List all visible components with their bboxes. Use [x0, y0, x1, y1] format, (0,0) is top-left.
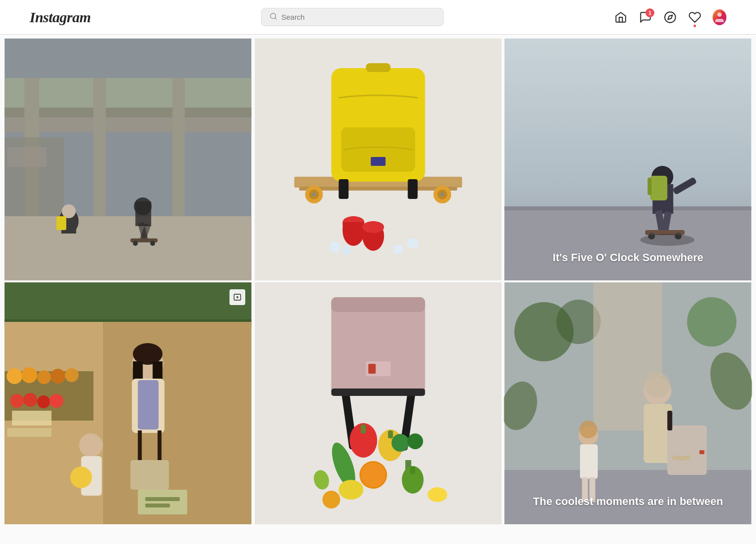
svg-line-1: [275, 18, 276, 19]
video-badge: [229, 289, 245, 305]
svg-rect-56: [648, 178, 652, 195]
svg-point-78: [49, 394, 63, 408]
svg-rect-104: [368, 364, 376, 374]
svg-rect-28: [299, 187, 457, 191]
svg-rect-48: [407, 238, 418, 248]
svg-rect-95: [145, 504, 170, 507]
svg-rect-89: [130, 460, 169, 490]
svg-rect-86: [138, 380, 158, 429]
search-icon: [269, 12, 277, 22]
svg-rect-12: [4, 216, 251, 280]
svg-point-92: [70, 466, 92, 488]
svg-point-17: [62, 204, 76, 218]
svg-point-121: [427, 487, 447, 502]
notification-badge: 1: [645, 8, 654, 17]
svg-rect-43: [342, 222, 364, 231]
svg-point-34: [440, 193, 444, 196]
grid-item[interactable]: It's Five O' Clock Somewhere: [504, 39, 752, 280]
svg-rect-52: [505, 206, 752, 210]
svg-rect-18: [56, 216, 66, 230]
activity-dot: [693, 25, 696, 27]
grid-item[interactable]: [4, 39, 252, 280]
svg-point-2: [665, 12, 676, 23]
overlay-text: It's Five O' Clock Somewhere: [504, 235, 752, 280]
svg-rect-7: [4, 108, 251, 117]
home-button[interactable]: [614, 10, 628, 24]
svg-rect-36: [366, 63, 390, 72]
svg-point-45: [362, 221, 384, 233]
svg-point-24: [133, 241, 138, 246]
overlay-text: The coolest moments are in between: [504, 479, 752, 524]
grid-item[interactable]: [254, 39, 502, 280]
svg-rect-93: [138, 490, 187, 514]
svg-rect-11: [172, 78, 185, 226]
svg-point-74: [65, 368, 78, 382]
svg-point-73: [50, 369, 65, 384]
avatar: [713, 9, 726, 25]
svg-rect-94: [145, 497, 180, 501]
svg-marker-97: [236, 296, 238, 298]
nav-icons: 1: [614, 10, 726, 24]
svg-point-71: [21, 367, 37, 383]
photo-grid: It's Five O' Clock Somewhere: [4, 39, 752, 524]
svg-point-77: [37, 395, 50, 408]
svg-marker-3: [668, 15, 672, 19]
search-input[interactable]: [281, 13, 435, 21]
profile-button[interactable]: [713, 10, 726, 24]
svg-point-4: [718, 12, 722, 17]
svg-rect-107: [361, 425, 366, 433]
svg-rect-55: [650, 176, 668, 200]
svg-text:Hazel: Hazel: [673, 454, 691, 462]
svg-point-130: [580, 421, 598, 438]
svg-rect-14: [7, 147, 46, 167]
svg-point-25: [150, 241, 155, 246]
messages-button[interactable]: 1: [639, 10, 652, 24]
svg-point-72: [37, 370, 51, 384]
svg-point-31: [312, 193, 316, 196]
svg-rect-65: [4, 282, 251, 322]
svg-point-112: [391, 434, 409, 452]
svg-point-76: [23, 393, 37, 407]
svg-point-125: [687, 297, 737, 347]
svg-point-117: [339, 480, 363, 500]
svg-rect-131: [580, 444, 598, 479]
svg-rect-80: [7, 428, 51, 437]
svg-point-70: [6, 368, 22, 384]
svg-rect-79: [12, 411, 51, 426]
header: Instagram 1: [0, 0, 756, 35]
svg-point-135: [645, 372, 671, 398]
svg-rect-100: [331, 297, 425, 312]
svg-rect-40: [408, 179, 417, 199]
svg-rect-10: [93, 78, 106, 226]
search-bar[interactable]: [261, 8, 444, 26]
svg-rect-119: [410, 466, 415, 474]
grid-item[interactable]: Hazel The coolest moments are in between: [504, 282, 752, 524]
svg-rect-140: [700, 450, 705, 454]
logo[interactable]: Instagram: [30, 9, 91, 26]
svg-rect-105: [331, 389, 425, 396]
grid-item[interactable]: [254, 282, 502, 524]
svg-point-75: [10, 394, 24, 408]
main-content: It's Five O' Clock Somewhere: [0, 35, 756, 528]
svg-point-113: [407, 433, 423, 449]
svg-point-116: [361, 463, 385, 487]
svg-rect-109: [388, 430, 393, 438]
svg-point-120: [322, 491, 340, 508]
svg-rect-8: [4, 117, 251, 132]
svg-rect-47: [393, 244, 403, 255]
svg-point-90: [79, 433, 103, 457]
grid-item[interactable]: [4, 282, 252, 524]
explore-button[interactable]: [663, 10, 677, 24]
svg-rect-38: [371, 157, 385, 166]
svg-rect-39: [339, 179, 348, 199]
svg-rect-138: [668, 411, 673, 430]
notifications-button[interactable]: [688, 10, 702, 24]
